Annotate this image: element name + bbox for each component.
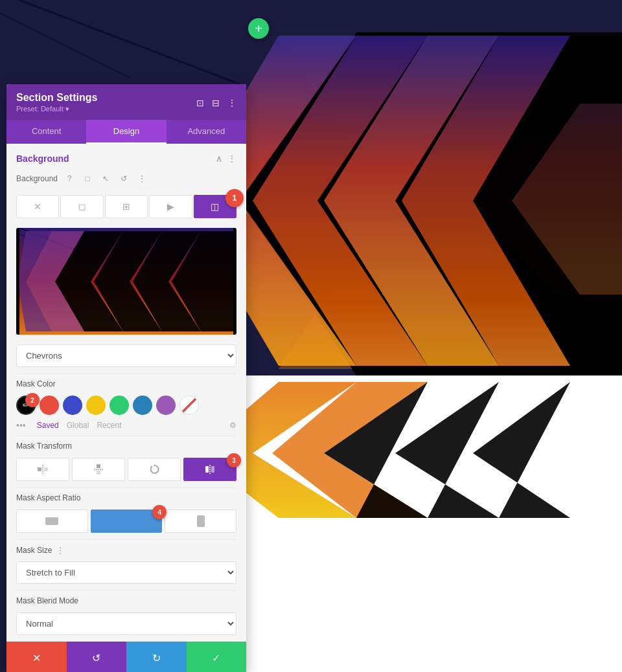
color-red[interactable] [40, 396, 59, 415]
color-tabs-row: ••• Saved Global Recent ⚙ [6, 418, 246, 436]
redo-button[interactable]: ↻ [126, 642, 187, 672]
add-icon: + [255, 21, 262, 36]
mask-size-options-icon[interactable]: ⋮ [56, 545, 65, 555]
tab-design[interactable]: Design [86, 120, 166, 144]
mask-transform-label: Mask Transform [6, 436, 246, 454]
tab-content[interactable]: Content [6, 120, 86, 144]
svg-rect-36 [205, 466, 209, 473]
aspect-tall[interactable] [165, 510, 236, 533]
color-purple[interactable] [156, 396, 176, 415]
color-black[interactable]: ✏ 2 [16, 396, 36, 415]
section-more-icon[interactable]: ⋮ [227, 153, 236, 164]
color-swatches: ✏ 2 [6, 392, 246, 418]
color-eraser[interactable] [179, 396, 199, 415]
badge-2: 2 [25, 393, 40, 407]
background-row: Background ? □ ↖ ↺ ⋮ [6, 169, 246, 192]
tab-saved[interactable]: Saved [37, 421, 59, 430]
type-color-btn[interactable]: ◻ [60, 195, 103, 218]
cancel-button[interactable]: ✕ [6, 642, 67, 672]
svg-rect-30 [44, 467, 48, 471]
mask-aspect-ratio-label: Mask Aspect Ratio [6, 488, 246, 506]
color-dark-blue[interactable] [63, 396, 82, 415]
redo-icon: ↻ [152, 652, 161, 664]
panel-title-group: Section Settings Preset: Default ▾ [16, 92, 97, 113]
preview-image [16, 228, 236, 335]
dots-icon[interactable]: ••• [16, 420, 26, 431]
background-label: Background [16, 174, 58, 183]
type-selector: ✕ ◻ ⊞ ▶ ◫ 1 [6, 192, 246, 225]
aspect-wide[interactable] [16, 510, 88, 533]
cancel-icon: ✕ [32, 652, 41, 664]
undo-small-icon[interactable]: ↺ [117, 172, 130, 185]
transform-flip-v[interactable] [72, 458, 125, 481]
mask-blend-mode-select[interactable]: Normal Multiply Screen Overlay [16, 612, 236, 635]
save-button[interactable]: ✓ [187, 642, 247, 672]
svg-rect-37 [211, 466, 214, 473]
aspect-row: 4 [6, 506, 246, 539]
color-blue[interactable] [133, 396, 152, 415]
section-controls: ∧ ⋮ [216, 153, 236, 164]
mask-size-select[interactable]: Stretch to Fill Fit Actual Size Custom [16, 561, 236, 584]
tab-global[interactable]: Global [67, 421, 89, 430]
settings-panel: Section Settings Preset: Default ▾ ⊡ ⊟ ⋮… [6, 84, 246, 672]
color-green[interactable] [109, 396, 129, 415]
device-icon[interactable]: □ [81, 172, 94, 185]
transform-reset[interactable] [128, 458, 181, 481]
svg-rect-29 [38, 467, 41, 471]
panel-title: Section Settings [16, 92, 97, 104]
expand-icon[interactable]: ⊡ [196, 98, 204, 108]
cursor-icon[interactable]: ↖ [99, 172, 112, 185]
svg-rect-32 [97, 464, 100, 468]
type-gradient-btn[interactable]: ⊞ [105, 195, 148, 218]
undo-button[interactable]: ↺ [67, 642, 127, 672]
panel-header: Section Settings Preset: Default ▾ ⊡ ⊟ ⋮ [6, 84, 246, 120]
mask-size-label: Mask Size [16, 546, 52, 555]
transform-flip-h[interactable] [16, 458, 69, 481]
transform-row: 3 [6, 454, 246, 487]
panel-header-icons: ⊡ ⊟ ⋮ [196, 98, 236, 108]
mask-color-label: Mask Color [6, 374, 246, 392]
panel-body: Background ∧ ⋮ Background ? □ ↖ ↺ ⋮ ✕ ◻ … [6, 144, 246, 642]
tab-recent[interactable]: Recent [97, 421, 121, 430]
collapse-icon[interactable]: ∧ [216, 153, 222, 164]
tab-advanced[interactable]: Advanced [167, 120, 246, 144]
panel-footer: ✕ ↺ ↻ ✓ [6, 642, 246, 672]
more-icon[interactable]: ⋮ [227, 98, 236, 108]
type-video-btn[interactable]: ▶ [149, 195, 192, 218]
add-button[interactable]: + [248, 18, 269, 39]
section-header: Background ∧ ⋮ [6, 144, 246, 169]
badge-3: 3 [227, 453, 241, 467]
type-none-btn[interactable]: ✕ [16, 195, 59, 218]
svg-rect-33 [97, 471, 100, 475]
save-icon: ✓ [212, 652, 220, 664]
preset-selector[interactable]: Preset: Default ▾ [16, 105, 97, 113]
help-icon[interactable]: ? [63, 172, 76, 185]
aspect-square[interactable]: 4 [91, 510, 163, 533]
layout-icon[interactable]: ⊟ [212, 98, 220, 108]
mask-blend-mode-label: Mask Blend Mode [6, 591, 246, 609]
transform-mirror[interactable]: 3 [183, 458, 236, 481]
badge-1: 1 [225, 189, 244, 207]
panel-tabs: Content Design Advanced [6, 120, 246, 144]
type-mask-btn[interactable]: ◫ 1 [194, 195, 236, 218]
color-yellow[interactable] [86, 396, 106, 415]
section-title: Background [16, 153, 69, 164]
mask-size-header: Mask Size ⋮ [6, 540, 246, 558]
color-settings-icon[interactable]: ⚙ [229, 421, 236, 430]
chevron-select[interactable]: Chevrons Arrows Diamonds Circles [16, 344, 236, 367]
undo-icon: ↺ [92, 652, 100, 664]
more-small-icon[interactable]: ⋮ [135, 172, 148, 185]
